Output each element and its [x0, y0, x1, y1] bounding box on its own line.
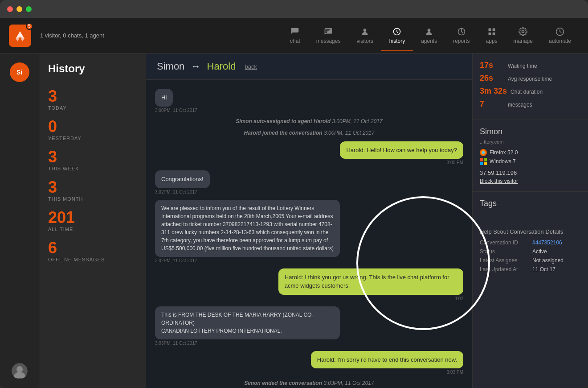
visitor-browser: Firefox 52.0	[480, 149, 581, 156]
stat-all-time: 201 ALL TIME	[48, 210, 137, 232]
chat-duration-val: 3m 32s	[480, 87, 507, 96]
message-3-time: 3:00 PM	[447, 160, 463, 165]
nav-messages-label: messages	[316, 38, 341, 44]
logo: 5	[9, 25, 31, 47]
stat-all-time-label: ALL TIME	[48, 227, 137, 232]
svg-rect-10	[492, 32, 495, 35]
nav-item-agents[interactable]: agents	[413, 24, 445, 48]
nav-automate-label: automate	[549, 38, 571, 44]
svg-point-11	[522, 30, 524, 33]
avg-response-label: Avg response time	[508, 76, 552, 82]
chat-title: Simon ↔ Harold	[157, 61, 236, 72]
nav-agents-label: agents	[421, 38, 437, 44]
svg-point-3	[363, 29, 367, 32]
chat-area: Simon ↔ Harold back Hi 3:00PM, 11 Oct 20…	[146, 54, 472, 388]
topnav: 5 1 visitor, 0 chats, 1 agent chat messa…	[0, 18, 588, 54]
nav-visitors-label: visitors	[356, 38, 373, 44]
helpscout-status-val: Active	[532, 248, 547, 255]
message-5: We are pleased to inform you of the resu…	[155, 200, 463, 263]
nav-item-messages[interactable]: messages	[308, 24, 349, 48]
stat-offline-label: OFFLINE MESSAGES	[48, 257, 137, 262]
block-visitor-link[interactable]: Block this visitor	[480, 178, 581, 184]
message-1-bubble: Hi	[155, 89, 173, 107]
windows-icon	[480, 158, 487, 165]
svg-point-5	[428, 29, 431, 32]
message-system-3: Simon ended the conversation 3:03PM, 11 …	[155, 380, 463, 386]
user-profile-avatar[interactable]	[12, 363, 28, 379]
message-5-time: 3:02PM, 11 Oct 2017	[155, 258, 197, 263]
left-panel: History 3 TODAY 0 YESTERDAY 3 THIS WEEK …	[39, 54, 146, 388]
nav-reports-label: reports	[453, 38, 470, 44]
message-7-time: 3:03PM, 11 Oct 2017	[155, 341, 197, 346]
os-name: Windows 7	[490, 158, 516, 165]
message-8: Harold: I'm sorry i'd have to end this c…	[155, 351, 463, 375]
chat-stats-section: 17s Waiting time 26s Avg response time 3…	[473, 54, 588, 120]
nav-item-reports[interactable]: reports	[445, 24, 478, 48]
visitor-name: Simon	[480, 127, 581, 136]
chat-from: Simon	[157, 61, 184, 72]
sys2-time: 3:00PM, 11 Oct 2017	[324, 130, 374, 136]
stat-yesterday: 0 YESTERDAY	[48, 119, 137, 141]
visitor-ip: 37.59.119.196	[480, 169, 581, 176]
stat-this-week: 3 THIS WEEK	[48, 149, 137, 171]
helpscout-status-key: Status	[480, 248, 529, 255]
stat-today: 3 TODAY	[48, 88, 137, 111]
firefox-icon	[480, 149, 487, 156]
sys1-time: 3:00PM, 11 Oct 2017	[332, 118, 382, 124]
messages-count-val: 7	[480, 99, 504, 109]
titlebar-buttons	[7, 6, 32, 12]
helpscout-assignee-row: Latest Assignee Not assigned	[480, 257, 581, 264]
close-button[interactable]	[7, 6, 13, 12]
nav-item-apps[interactable]: apps	[478, 24, 506, 48]
helpscout-updated-val: 11 Oct 17	[532, 266, 555, 272]
maximize-button[interactable]	[26, 6, 32, 12]
back-link[interactable]: back	[245, 63, 257, 70]
svg-rect-8	[492, 28, 495, 31]
helpscout-status-row: Status Active	[480, 248, 581, 255]
sys3-time: 3:03PM, 11 Oct 2017	[323, 380, 374, 386]
nav-apps-label: apps	[486, 38, 498, 44]
nav-items: chat messages visitors history agents	[282, 24, 579, 48]
messages-count-row: 7 messages	[480, 99, 581, 109]
tags-title: Tags	[480, 199, 581, 208]
stat-this-week-number: 3	[48, 149, 137, 165]
nav-status: 1 visitor, 0 chats, 1 agent	[40, 32, 282, 39]
helpscout-conv-id-val[interactable]: #447352106	[532, 239, 562, 246]
nav-item-chat[interactable]: chat	[282, 24, 308, 48]
message-system-1: Simon auto-assigned to agent Harold 3:00…	[155, 118, 463, 124]
nav-item-automate[interactable]: automate	[541, 24, 579, 48]
message-4: Congratulations! 3:02PM, 11 Oct 2017	[155, 170, 463, 194]
avg-response-row: 26s Avg response time	[480, 74, 581, 83]
chat-duration-label: Chat duration	[510, 89, 543, 95]
stat-yesterday-label: YESTERDAY	[48, 136, 137, 141]
nav-item-history[interactable]: history	[381, 24, 413, 48]
minimize-button[interactable]	[16, 6, 22, 12]
helpscout-assignee-val: Not assigned	[532, 257, 564, 264]
stat-this-month-number: 3	[48, 179, 137, 195]
message-7: This is FROM THE DESK OF THE MARIA HARRY…	[155, 306, 463, 346]
message-8-time: 3:03 PM	[447, 370, 463, 375]
main-content: Si History 3 TODAY 0 YESTERDAY 3 THIS WE…	[0, 54, 588, 388]
message-1: Hi 3:00PM, 11 Oct 2017	[155, 89, 463, 113]
visitor-url: ...ttery.com	[480, 139, 581, 144]
stat-all-time-number: 201	[48, 210, 137, 226]
helpscout-conv-id-key: Conversation ID	[480, 239, 529, 246]
stat-yesterday-number: 0	[48, 119, 137, 135]
helpscout-updated-key: Last Updated At	[480, 266, 529, 272]
stat-this-month: 3 THIS MONTH	[48, 179, 137, 202]
page-title: History	[48, 62, 137, 75]
chat-duration-row: 3m 32s Chat duration	[480, 87, 581, 96]
stat-this-week-label: THIS WEEK	[48, 166, 137, 171]
chat-wrapper: Simon ↔ Harold back Hi 3:00PM, 11 Oct 20…	[146, 54, 588, 388]
nav-item-visitors[interactable]: visitors	[348, 24, 381, 48]
chat-arrow: ↔	[191, 61, 200, 72]
stat-offline-number: 6	[48, 240, 137, 256]
message-6-time: 3:02	[455, 296, 463, 301]
message-system-2: Harold joined the conversation 3:00PM, 1…	[155, 130, 463, 136]
message-4-time: 3:02PM, 11 Oct 2017	[155, 190, 197, 194]
window: 5 1 visitor, 0 chats, 1 agent chat messa…	[0, 0, 588, 388]
nav-chat-label: chat	[290, 38, 300, 44]
helpscout-updated-row: Last Updated At 11 Oct 17	[480, 266, 581, 272]
nav-item-manage[interactable]: manage	[506, 24, 541, 48]
tags-section: Tags	[473, 192, 588, 221]
